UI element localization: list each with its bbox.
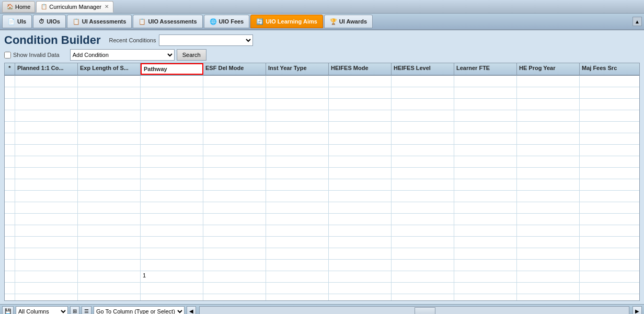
cell-heifes-level (392, 248, 454, 259)
cell-maj-fees-src (580, 87, 639, 98)
cell-inst-year (266, 248, 329, 259)
collapse-button[interactable]: ▲ (632, 17, 642, 26)
table-row[interactable] (5, 179, 639, 191)
cell-star (5, 237, 15, 248)
table-row[interactable] (5, 99, 639, 110)
table-row[interactable] (5, 76, 639, 87)
tab-home[interactable]: 🏠 Home (2, 1, 35, 13)
cell-heifes-mode (329, 145, 392, 156)
show-invalid-label[interactable]: Show Invalid Data (4, 52, 60, 59)
recent-conditions-select[interactable] (159, 34, 253, 46)
page-header: Condition Builder Recent Conditions (4, 33, 640, 47)
table-row[interactable] (5, 110, 639, 122)
cell-maj-fees-src (580, 145, 639, 156)
tab-curriculum-manager[interactable]: 📋 Curriculum Manager ✕ (36, 1, 113, 13)
go-to-column-select[interactable]: Go To Column (Type or Select) (94, 306, 185, 315)
table-row[interactable] (5, 248, 639, 260)
cell-he-prog-year (517, 76, 580, 87)
cell-pathway (141, 156, 203, 167)
cell-planned (15, 248, 78, 259)
table-row[interactable] (5, 87, 639, 99)
table-row[interactable] (5, 202, 639, 214)
cell-he-prog-year (517, 168, 580, 179)
nav-tab-uio-fees[interactable]: 🌐 UIO Fees (204, 15, 250, 28)
add-condition-area: Add Condition Search (70, 49, 206, 61)
cell-planned (15, 76, 78, 87)
cell-planned (15, 133, 78, 144)
table-row[interactable] (5, 191, 639, 202)
cell-exp-length (78, 271, 141, 282)
cell-he-prog-year (517, 237, 580, 248)
uio-assessments-icon: 📋 (139, 18, 146, 25)
cell-esf-del (203, 99, 266, 110)
cell-learner-fte (454, 214, 517, 225)
table-row[interactable] (5, 122, 639, 133)
cell-inst-year (266, 122, 329, 133)
cell-learner-fte (454, 122, 517, 133)
horizontal-scrollbar[interactable] (199, 306, 629, 315)
table-row[interactable] (5, 145, 639, 156)
search-button[interactable]: Search (177, 49, 206, 61)
cell-pathway (141, 99, 203, 110)
add-condition-select[interactable]: Add Condition (70, 49, 175, 61)
cell-heifes-level (392, 133, 454, 144)
cell-exp-length (78, 145, 141, 156)
grid-view-button[interactable]: ⊞ (70, 306, 79, 315)
col-header-star: * (5, 63, 15, 75)
table-row[interactable] (5, 214, 639, 225)
show-invalid-checkbox[interactable] (4, 52, 11, 59)
nav-tab-uios[interactable]: ⏱ UIOs (33, 15, 66, 28)
cell-star (5, 99, 15, 110)
cell-maj-fees-src (580, 271, 639, 282)
cell-pathway: 1 (141, 271, 203, 282)
scroll-right-button[interactable]: ▶ (632, 306, 642, 315)
cell-planned (15, 87, 78, 98)
cell-star (5, 76, 15, 87)
table-row[interactable] (5, 156, 639, 168)
cell-learner-fte (454, 145, 517, 156)
table-row[interactable] (5, 237, 639, 248)
cell-heifes-mode (329, 237, 392, 248)
cell-inst-year (266, 214, 329, 225)
save-button[interactable]: 💾 (2, 306, 14, 315)
cell-he-prog-year (517, 87, 580, 98)
nav-tab-ui-awards[interactable]: 🏆 UI Awards (324, 15, 373, 28)
table-row[interactable] (5, 225, 639, 237)
table-row[interactable] (5, 260, 639, 271)
cell-exp-length (78, 237, 141, 248)
cell-exp-length (78, 87, 141, 98)
columns-select[interactable]: All Columns (16, 306, 68, 315)
table-row[interactable]: 1 (5, 271, 639, 283)
cell-maj-fees-src (580, 76, 639, 87)
cell-heifes-level (392, 202, 454, 213)
cell-heifes-mode (329, 294, 392, 300)
close-tab-icon[interactable]: ✕ (105, 4, 109, 9)
cell-learner-fte (454, 225, 517, 236)
cell-heifes-level (392, 122, 454, 133)
scrollbar-thumb[interactable] (415, 307, 435, 315)
cell-esf-del (203, 110, 266, 121)
cell-planned (15, 294, 78, 300)
cell-star (5, 260, 15, 271)
nav-tab-ui-assessments[interactable]: 📋 UI Assessments (67, 15, 132, 28)
table-row[interactable] (5, 168, 639, 179)
cell-planned (15, 122, 78, 133)
table-row[interactable] (5, 283, 639, 294)
nav-tab-uio-assessments[interactable]: 📋 UIO Assessments (133, 15, 202, 28)
list-view-button[interactable]: ☰ (82, 306, 91, 315)
scroll-left-button[interactable]: ◀ (187, 306, 196, 315)
cell-esf-del (203, 76, 266, 87)
cell-he-prog-year (517, 214, 580, 225)
nav-tab-uio-learning-aims[interactable]: 🔄 UIO Learning Aims (250, 15, 323, 28)
cell-star (5, 87, 15, 98)
cell-pathway (141, 294, 203, 300)
nav-bar: 📄 UIs ⏱ UIOs 📋 UI Assessments 📋 UIO Asse… (0, 14, 644, 30)
cell-star (5, 145, 15, 156)
cell-maj-fees-src (580, 248, 639, 259)
table-row[interactable] (5, 294, 639, 300)
table-row[interactable] (5, 133, 639, 145)
nav-tab-uis[interactable]: 📄 UIs (2, 15, 32, 28)
cell-he-prog-year (517, 122, 580, 133)
home-icon: 🏠 (7, 4, 13, 9)
cell-planned (15, 191, 78, 202)
